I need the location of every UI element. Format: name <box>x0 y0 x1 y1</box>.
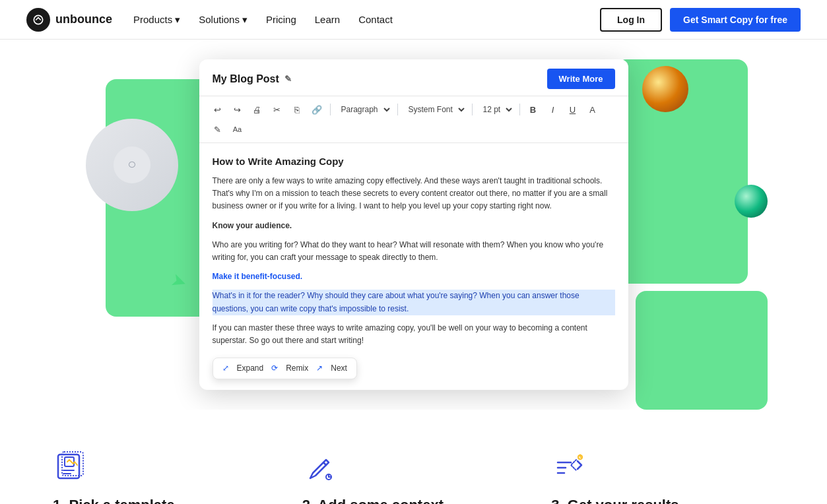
editor-card: My Blog Post ✎ Write More ↩ ↪ 🖨 ✂ ⎘ 🔗 Pa… <box>199 59 628 390</box>
step-2: 2. Add some context Tell us what you're … <box>302 449 525 504</box>
step-3-title: 3. Get your results <box>551 497 774 504</box>
step-3: 3. Get your results Instantly get multip… <box>551 449 774 504</box>
font-size-select[interactable]: 12 pt <box>478 103 514 116</box>
editor-title: My Blog Post ✎ <box>213 73 292 85</box>
print-button[interactable]: 🖨 <box>249 102 265 117</box>
nav-learn[interactable]: Learn <box>315 14 340 25</box>
nav-solutions[interactable]: Solutions ▾ <box>199 14 248 26</box>
aa-button[interactable]: Aa <box>230 121 246 137</box>
toolbar-separator-3 <box>472 104 473 115</box>
step-1-title: 1. Pick a template <box>53 497 276 504</box>
redo-button[interactable]: ↪ <box>230 102 246 117</box>
nav-contact[interactable]: Contact <box>358 14 393 25</box>
deco-gold-orb <box>642 66 688 112</box>
nav-left: unbounce Products ▾ Solutions ▾ Pricing … <box>26 8 393 32</box>
link-button[interactable]: 🔗 <box>309 102 325 117</box>
editor-para1: There are only a few ways to write amazi… <box>213 175 615 213</box>
step-3-icon <box>551 449 588 486</box>
next-option[interactable]: Next <box>331 362 347 375</box>
hero-section: ○ ➤ My Blog Post ✎ Write More ↩ ↪ 🖨 ✂ ⎘ … <box>0 40 827 410</box>
step-1: 1. Pick a template Choose from dozens of… <box>53 449 276 504</box>
step-1-icon <box>53 449 90 486</box>
deco-green-orb <box>735 185 768 218</box>
logo-icon <box>26 8 50 32</box>
expand-option[interactable]: Expand <box>237 362 264 375</box>
remix-icon: ⟳ <box>271 362 278 375</box>
svg-text:○: ○ <box>127 156 136 172</box>
chevron-down-icon: ▾ <box>175 14 180 26</box>
editor-para3: What's in it for the reader? Why should … <box>213 290 615 315</box>
link2-button[interactable]: ✎ <box>210 121 226 137</box>
bold-button[interactable]: B <box>525 102 541 117</box>
editor-toolbar: ↩ ↪ 🖨 ✂ ⎘ 🔗 Paragraph System Font 12 pt … <box>199 96 628 143</box>
editor-para4: If you can master these three ways to wr… <box>213 322 615 347</box>
logo-text: unbounce <box>55 13 112 26</box>
deco-circle: ○ <box>86 119 178 211</box>
next-icon: ↗ <box>316 362 323 375</box>
toolbar-separator-2 <box>397 104 398 115</box>
undo-button[interactable]: ↩ <box>210 102 226 117</box>
nav-products[interactable]: Products ▾ <box>133 14 180 26</box>
editor-para2: Who are you writing for? What do they wa… <box>213 239 615 264</box>
write-more-button[interactable]: Write More <box>547 69 615 89</box>
step-2-title: 2. Add some context <box>302 497 525 504</box>
copy-button[interactable]: ⎘ <box>289 102 305 117</box>
nav-right: Log In Get Smart Copy for free <box>600 8 801 32</box>
login-button[interactable]: Log In <box>600 8 662 32</box>
svg-point-0 <box>34 15 42 24</box>
step-2-icon <box>302 449 339 486</box>
editor-body: How to Write Amazing Copy There are only… <box>199 143 628 390</box>
svg-rect-5 <box>65 457 74 466</box>
expand-icon: ⤢ <box>222 362 229 375</box>
hero-bg-green-bottom-right <box>636 291 768 410</box>
chevron-down-icon: ▾ <box>242 14 248 26</box>
context-menu: ⤢ Expand ⟳ Remix ↗ Next <box>213 358 357 379</box>
cta-button[interactable]: Get Smart Copy for free <box>670 8 801 32</box>
italic-button[interactable]: I <box>545 102 561 117</box>
nav-pricing[interactable]: Pricing <box>266 14 296 25</box>
font-select[interactable]: System Font <box>403 103 467 116</box>
toolbar-separator-4 <box>519 104 520 115</box>
font-color-button[interactable]: A <box>585 102 601 117</box>
editor-subhead1: Know your audience. <box>213 220 615 232</box>
edit-title-icon[interactable]: ✎ <box>284 74 292 84</box>
editor-titlebar: My Blog Post ✎ Write More <box>199 59 628 96</box>
toolbar-separator <box>330 104 331 115</box>
editor-heading: How to Write Amazing Copy <box>213 154 615 170</box>
navbar: unbounce Products ▾ Solutions ▾ Pricing … <box>0 0 827 40</box>
editor-subhead2: Make it benefit-focused. <box>213 270 615 283</box>
underline-button[interactable]: U <box>565 102 581 117</box>
logo[interactable]: unbounce <box>26 8 112 32</box>
cut-button[interactable]: ✂ <box>269 102 285 117</box>
steps-section: 1. Pick a template Choose from dozens of… <box>0 410 827 504</box>
nav-links: Products ▾ Solutions ▾ Pricing Learn Con… <box>133 14 393 26</box>
remix-option[interactable]: Remix <box>286 362 308 375</box>
paragraph-select[interactable]: Paragraph <box>336 103 392 116</box>
